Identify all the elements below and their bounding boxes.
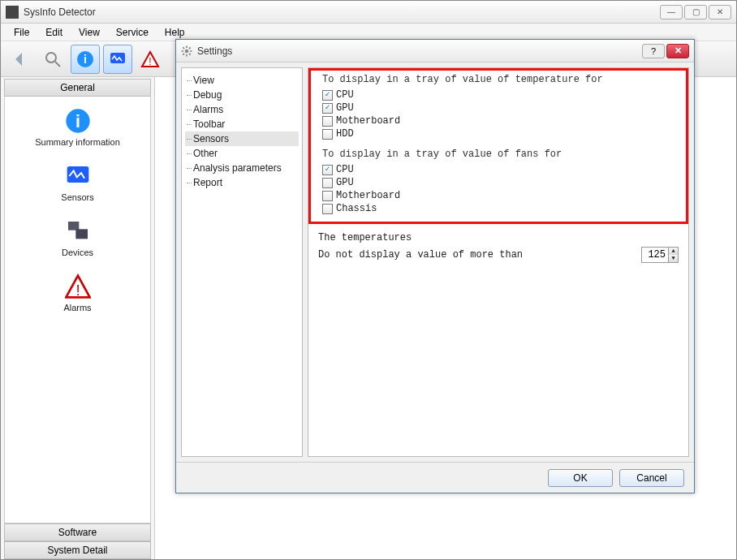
- tree-view[interactable]: View: [185, 73, 299, 88]
- dialog-footer: OK Cancel: [176, 462, 694, 493]
- tab-system-detail[interactable]: System Detail: [4, 541, 151, 559]
- search-icon: [43, 50, 62, 69]
- checkbox-label: GPU: [336, 102, 354, 114]
- checkbox-hdd-temp[interactable]: [322, 129, 333, 140]
- tree-analysis[interactable]: Analysis parameters: [185, 161, 299, 175]
- dialog-body: View Debug Alarms Toolbar Sensors Other …: [176, 62, 694, 462]
- spinner-arrows: ▲ ▼: [668, 248, 678, 262]
- devices-icon: [65, 218, 91, 244]
- dialog-close-button[interactable]: ✕: [666, 44, 689, 58]
- info-icon: i: [75, 50, 95, 69]
- checkbox-gpu-temp[interactable]: [322, 103, 333, 114]
- checkbox-chassis-fan[interactable]: [322, 204, 333, 214]
- highlighted-frame: To display in a tray of value of tempera…: [308, 68, 688, 224]
- checkbox-label: Motherboard: [336, 190, 400, 201]
- checkbox-row: Motherboard: [319, 114, 678, 127]
- left-panel: General i Summary information Sensors De…: [1, 77, 155, 559]
- app-icon: [6, 6, 19, 19]
- svg-point-14: [185, 49, 189, 53]
- app-title: SysInfo Detector: [24, 6, 660, 18]
- checkbox-row: GPU: [319, 101, 678, 114]
- nav-summary[interactable]: i Summary information: [5, 103, 150, 158]
- checkbox-row: Chassis: [319, 202, 678, 215]
- tree-debug[interactable]: Debug: [185, 88, 299, 102]
- main-titlebar: SysInfo Detector — ▢ ✕: [1, 1, 736, 24]
- svg-line-1: [55, 62, 60, 67]
- sensors-button[interactable]: [103, 45, 132, 74]
- monitor-icon: [108, 50, 127, 69]
- tab-general[interactable]: General: [4, 79, 151, 97]
- spinner-up[interactable]: ▲: [668, 248, 678, 255]
- tree-other[interactable]: Other: [185, 146, 299, 161]
- minimize-button[interactable]: —: [660, 5, 683, 19]
- checkbox-label: Chassis: [336, 203, 377, 214]
- checkbox-label: CPU: [336, 164, 354, 175]
- tree-report[interactable]: Report: [185, 175, 299, 190]
- checkbox-row: Motherboard: [319, 189, 678, 202]
- nav-alarms[interactable]: ! Alarms: [5, 269, 150, 324]
- temperatures-heading: The temperatures: [318, 232, 682, 243]
- fan-tray-heading: To display in a tray of value of fans fo…: [322, 149, 678, 160]
- checkbox-motherboard-fan[interactable]: [322, 191, 333, 201]
- ok-button[interactable]: OK: [548, 469, 613, 487]
- arrow-left-icon: [11, 50, 30, 69]
- settings-pane: To display in a tray of value of tempera…: [308, 67, 689, 457]
- svg-line-22: [189, 47, 191, 49]
- dialog-title: Settings: [197, 45, 642, 57]
- svg-point-0: [46, 53, 56, 62]
- bottom-tabs: Software System Detail: [1, 523, 154, 559]
- svg-line-20: [189, 53, 191, 54]
- dialog-controls: ? ✕: [642, 44, 689, 58]
- menu-file[interactable]: File: [7, 25, 36, 40]
- svg-text:!: !: [75, 282, 80, 299]
- max-temp-spinner[interactable]: ▲ ▼: [641, 247, 679, 263]
- max-temp-input[interactable]: [642, 248, 668, 262]
- menu-edit[interactable]: Edit: [39, 25, 69, 40]
- checkbox-row: HDD: [319, 127, 678, 140]
- checkbox-row: CPU: [319, 88, 678, 101]
- search-button[interactable]: [38, 45, 67, 74]
- info-button[interactable]: i: [71, 45, 100, 74]
- alarm-button[interactable]: !: [136, 45, 165, 74]
- gear-icon: [181, 45, 192, 57]
- nav-list: i Summary information Sensors Devices ! …: [4, 97, 151, 523]
- dialog-help-button[interactable]: ?: [642, 44, 665, 58]
- menu-view[interactable]: View: [72, 25, 106, 40]
- window-controls: — ▢ ✕: [660, 5, 731, 19]
- spinner-down[interactable]: ▼: [668, 255, 678, 262]
- checkbox-label: Motherboard: [336, 115, 400, 127]
- close-button[interactable]: ✕: [709, 5, 731, 19]
- tree-toolbar[interactable]: Toolbar: [185, 117, 299, 131]
- maximize-button[interactable]: ▢: [684, 5, 707, 19]
- checkbox-cpu-fan[interactable]: [322, 165, 333, 175]
- info-icon: i: [65, 108, 91, 134]
- checkbox-cpu-temp[interactable]: [322, 90, 333, 101]
- back-button[interactable]: [6, 45, 35, 74]
- tab-software[interactable]: Software: [4, 523, 151, 541]
- tree-alarms[interactable]: Alarms: [185, 102, 299, 117]
- checkbox-motherboard-temp[interactable]: [322, 116, 333, 127]
- max-temp-label: Do not display a value of more than: [318, 249, 641, 261]
- dialog-titlebar: Settings ? ✕: [176, 40, 694, 62]
- nav-label: Sensors: [5, 192, 150, 202]
- warning-icon: !: [65, 274, 91, 299]
- menu-help[interactable]: Help: [158, 25, 192, 40]
- checkbox-gpu-fan[interactable]: [322, 178, 333, 188]
- checkbox-label: HDD: [336, 128, 354, 140]
- checkbox-label: CPU: [336, 89, 354, 101]
- checkbox-row: CPU: [319, 163, 678, 176]
- settings-dialog: Settings ? ✕ View Debug Alarms Toolbar S…: [175, 39, 695, 493]
- menu-service[interactable]: Service: [110, 25, 155, 40]
- settings-tree: View Debug Alarms Toolbar Sensors Other …: [181, 67, 303, 457]
- svg-rect-10: [68, 222, 79, 230]
- nav-label: Summary information: [5, 137, 150, 147]
- nav-sensors[interactable]: Sensors: [5, 158, 150, 213]
- max-temp-row: Do not display a value of more than ▲ ▼: [318, 247, 679, 263]
- cancel-button[interactable]: Cancel: [619, 469, 684, 487]
- svg-text:i: i: [84, 53, 87, 66]
- nav-label: Alarms: [5, 303, 150, 312]
- svg-rect-11: [75, 229, 88, 239]
- monitor-icon: [65, 163, 91, 189]
- tree-sensors[interactable]: Sensors: [185, 131, 299, 146]
- nav-devices[interactable]: Devices: [5, 213, 150, 269]
